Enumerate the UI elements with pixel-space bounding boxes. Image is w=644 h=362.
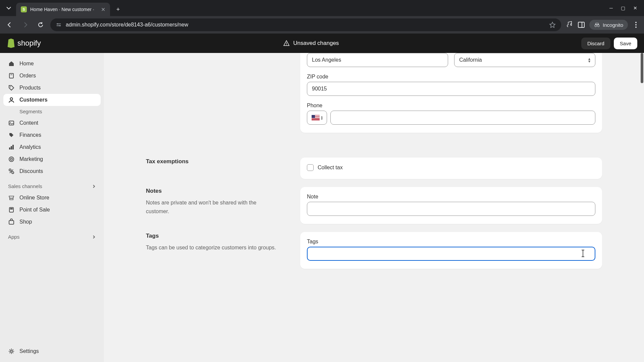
svg-rect-17 xyxy=(9,121,14,125)
svg-line-26 xyxy=(10,170,13,173)
address-bar[interactable]: admin.shopify.com/store/de8143-a6/custom… xyxy=(50,18,561,31)
svg-point-6 xyxy=(595,25,597,27)
notes-section-description: Notes are private and won't be shared wi… xyxy=(146,198,280,216)
arrow-right-icon xyxy=(22,21,29,28)
sidebar-label: Analytics xyxy=(19,144,41,150)
sidebar-label: Marketing xyxy=(19,156,43,162)
svg-point-25 xyxy=(12,172,14,174)
notes-card: Note xyxy=(300,187,602,224)
tags-input[interactable] xyxy=(307,247,595,261)
new-tab-button[interactable]: + xyxy=(113,4,123,15)
sidebar-label: Settings xyxy=(19,348,39,354)
sidebar-item-point-of-sale[interactable]: Point of Sale xyxy=(3,204,101,216)
unsaved-changes-banner: Unsaved changes xyxy=(283,40,339,47)
city-input[interactable] xyxy=(307,53,448,67)
tags-section-description: Tags can be used to categorize customers… xyxy=(146,243,280,252)
minimize-button[interactable]: ─ xyxy=(609,5,613,11)
tax-section-title: Tax exemptions xyxy=(146,158,280,165)
sidebar-item-content[interactable]: Content xyxy=(3,117,101,129)
country-code-select[interactable]: ▴▾ xyxy=(307,111,327,125)
browser-tab[interactable]: S Home Haven · New customer · ✕ xyxy=(16,3,110,16)
scrollbar-thumb[interactable] xyxy=(641,53,643,83)
svg-point-24 xyxy=(9,169,11,171)
svg-rect-19 xyxy=(9,147,10,149)
sidebar-item-orders[interactable]: Orders xyxy=(3,70,101,82)
sidebar-item-analytics[interactable]: Analytics xyxy=(3,141,101,153)
unsaved-label: Unsaved changes xyxy=(293,40,339,47)
svg-point-16 xyxy=(10,98,13,100)
sidebar-item-finances[interactable]: Finances xyxy=(3,129,101,141)
svg-point-18 xyxy=(10,122,11,123)
sales-channels-header[interactable]: Sales channels xyxy=(3,177,101,192)
alert-icon xyxy=(283,40,290,47)
sidebar-item-segments[interactable]: Segments xyxy=(3,106,101,117)
shopify-favicon: S xyxy=(21,6,27,12)
svg-rect-20 xyxy=(11,146,12,149)
music-icon[interactable] xyxy=(565,21,573,29)
site-info-icon[interactable] xyxy=(56,22,62,28)
svg-point-7 xyxy=(597,25,599,27)
tab-title: Home Haven · New customer · xyxy=(30,7,98,12)
sidebar-item-products[interactable]: Products xyxy=(3,82,101,94)
sidebar-label: Segments xyxy=(19,109,42,114)
notes-section-title: Notes xyxy=(146,188,280,194)
sidebar-item-settings[interactable]: Settings xyxy=(3,345,101,357)
svg-point-23 xyxy=(9,157,14,162)
marketing-icon xyxy=(8,156,15,163)
tab-close-button[interactable]: ✕ xyxy=(101,6,105,13)
bookmark-star-icon[interactable] xyxy=(549,21,556,28)
svg-point-12 xyxy=(286,45,287,45)
products-icon xyxy=(8,84,15,91)
zip-input[interactable] xyxy=(307,82,595,96)
tab-search-dropdown[interactable] xyxy=(3,2,15,14)
sidebar-label: Discounts xyxy=(19,168,43,174)
sidebar-item-customers[interactable]: Customers xyxy=(3,94,101,106)
phone-input[interactable] xyxy=(330,111,595,125)
back-button[interactable] xyxy=(4,19,15,31)
sidebar-label: Shop xyxy=(19,219,32,225)
online-store-icon xyxy=(8,194,15,201)
sidebar-item-shop[interactable]: Shop xyxy=(3,216,101,228)
svg-rect-21 xyxy=(12,145,14,149)
note-input[interactable] xyxy=(307,202,595,216)
close-window-button[interactable]: ✕ xyxy=(633,5,637,11)
svg-point-30 xyxy=(10,350,12,352)
sidebar: Home Orders Products Customers Segments … xyxy=(0,53,104,362)
chevron-down-icon xyxy=(6,6,11,10)
browser-titlebar: S Home Haven · New customer · ✕ + ─ ▢ ✕ xyxy=(0,0,644,16)
shop-icon xyxy=(8,219,15,225)
collect-tax-label: Collect tax xyxy=(318,165,343,171)
sidebar-item-discounts[interactable]: Discounts xyxy=(3,165,101,177)
note-label: Note xyxy=(307,194,595,200)
collect-tax-checkbox[interactable] xyxy=(307,164,314,171)
app-body: Home Orders Products Customers Segments … xyxy=(0,53,644,362)
panel-icon[interactable] xyxy=(577,21,585,29)
shopify-logo[interactable]: shopify xyxy=(7,39,41,48)
save-button[interactable]: Save xyxy=(614,38,637,49)
us-flag-icon xyxy=(312,115,320,120)
svg-rect-13 xyxy=(9,73,13,78)
state-select[interactable]: California ▴▾ xyxy=(454,53,595,67)
shopify-logo-icon xyxy=(7,39,15,48)
incognito-badge[interactable]: Incognito xyxy=(589,20,628,30)
sidebar-item-online-store[interactable]: Online Store xyxy=(3,192,101,204)
reload-button[interactable] xyxy=(35,19,46,31)
home-icon xyxy=(8,60,15,67)
forward-button[interactable] xyxy=(19,19,31,31)
svg-point-2 xyxy=(57,23,58,25)
finances-icon xyxy=(8,132,15,138)
menu-dots-icon[interactable] xyxy=(632,21,640,29)
sidebar-label: Home xyxy=(19,61,34,67)
phone-label: Phone xyxy=(307,103,595,109)
main-content: California ▴▾ ZIP code Phone xyxy=(104,53,644,362)
maximize-button[interactable]: ▢ xyxy=(621,5,625,11)
svg-point-10 xyxy=(635,26,637,28)
content-icon xyxy=(8,120,15,126)
sidebar-label: Customers xyxy=(19,97,48,103)
state-value: California xyxy=(459,57,482,63)
sidebar-item-marketing[interactable]: Marketing xyxy=(3,153,101,165)
sidebar-item-home[interactable]: Home xyxy=(3,58,101,70)
window-controls: ─ ▢ ✕ xyxy=(609,5,641,11)
discard-button[interactable]: Discard xyxy=(581,38,610,49)
apps-header[interactable]: Apps xyxy=(3,228,101,242)
